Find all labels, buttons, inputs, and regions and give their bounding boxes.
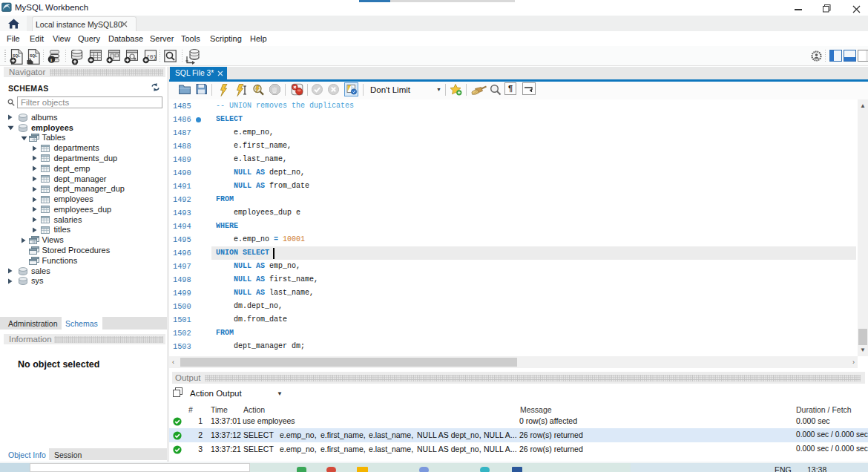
svg-text:SQL: SQL (13, 53, 20, 58)
svg-text:SQL: SQL (30, 53, 37, 58)
svg-text:i: i (50, 57, 52, 63)
